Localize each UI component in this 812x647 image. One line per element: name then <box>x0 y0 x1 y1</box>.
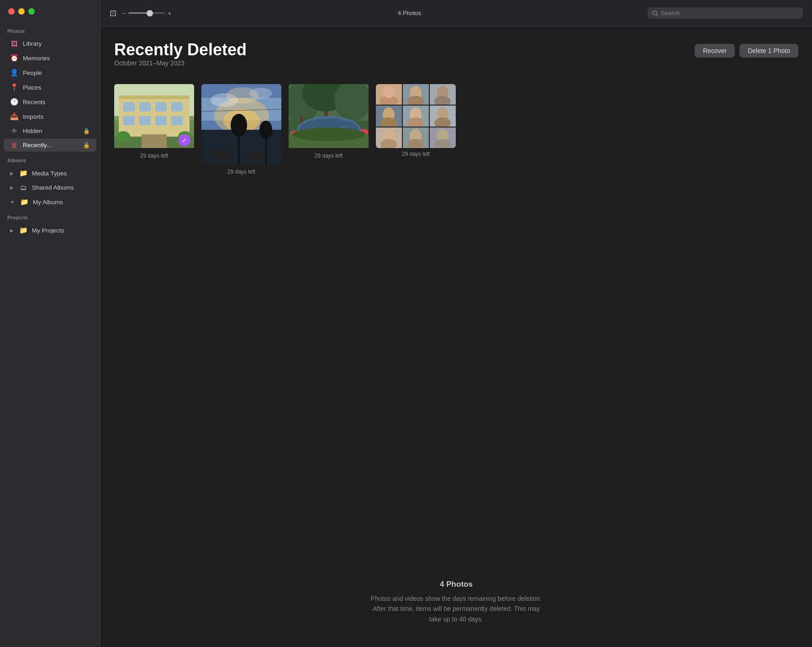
selected-badge-1: ✓ <box>179 134 190 146</box>
albums-section-label: Albums <box>0 152 100 166</box>
sidebar-item-memories[interactable]: ⏰ Memories <box>4 51 96 65</box>
collage-grid <box>376 84 456 148</box>
sidebar-item-library[interactable]: 🖼 Library <box>4 37 96 50</box>
page-title: Recently Deleted <box>114 40 247 59</box>
days-left-1: 29 days left <box>140 153 168 159</box>
svg-point-26 <box>227 87 258 104</box>
svg-point-32 <box>259 121 272 139</box>
sidebar-item-memories-label: Memories <box>23 55 50 62</box>
sidebar-item-shared-albums-label: Shared Albums <box>32 184 74 191</box>
places-icon: 📍 <box>10 83 18 91</box>
collage-face-7 <box>376 127 402 148</box>
svg-line-1 <box>656 14 658 16</box>
collage-face-5 <box>403 106 429 126</box>
hidden-lock-icon: 🔒 <box>83 128 90 134</box>
sidebar-item-imports[interactable]: 📥 Imports <box>4 110 96 123</box>
minimize-button[interactable] <box>18 8 25 15</box>
svg-rect-10 <box>171 102 183 111</box>
hidden-icon: 👁 <box>10 127 18 135</box>
svg-point-56 <box>407 96 424 105</box>
svg-rect-7 <box>123 102 135 111</box>
photo-grid: ✓ 29 days left <box>114 84 798 175</box>
sidebar-item-my-projects-label: My Projects <box>32 227 64 234</box>
svg-point-62 <box>407 117 424 127</box>
footer-info: 4 Photos Photos and videos show the days… <box>114 562 798 633</box>
sidebar-item-recents-label: Recents <box>23 99 46 106</box>
my-projects-icon: 📁 <box>19 226 27 234</box>
footer-count: 4 Photos <box>114 580 798 589</box>
sidebar-item-my-albums-label: My Albums <box>33 199 63 206</box>
media-types-collapse-icon: ▶ <box>10 171 14 176</box>
sidebar-item-hidden[interactable]: 👁 Hidden 🔒 <box>4 124 96 138</box>
photo-item-1[interactable]: ✓ 29 days left <box>114 84 194 175</box>
search-icon <box>652 10 658 16</box>
sidebar-item-library-label: Library <box>23 40 42 47</box>
sidebar-item-people-label: People <box>23 69 42 76</box>
sidebar: Photos 🖼 Library ⏰ Memories 👤 People 📍 P… <box>0 0 100 647</box>
delete-button[interactable]: Delete 1 Photo <box>739 44 798 58</box>
sidebar-item-people[interactable]: 👤 People <box>4 66 96 80</box>
recover-button[interactable]: Recover <box>695 44 735 58</box>
photos-section-label: Photos <box>0 23 100 37</box>
header-buttons: Recover Delete 1 Photo <box>695 44 798 58</box>
library-icon: 🖼 <box>10 40 18 48</box>
zoom-slider-thumb <box>147 10 153 16</box>
sidebar-item-imports-label: Imports <box>23 113 43 120</box>
sidebar-item-recents[interactable]: 🕐 Recents <box>4 95 96 109</box>
slideshow-icon[interactable]: ⊡ <box>110 8 116 18</box>
svg-rect-12 <box>139 116 151 125</box>
photo-image-2 <box>201 84 281 164</box>
svg-point-51 <box>292 127 365 141</box>
sidebar-item-shared-albums[interactable]: ▶ 🗂 Shared Albums <box>4 181 96 194</box>
sidebar-item-my-albums[interactable]: ▼ 📁 My Albums <box>4 195 96 209</box>
search-input[interactable] <box>661 10 798 16</box>
svg-point-17 <box>116 131 130 142</box>
people-icon: 👤 <box>10 69 18 77</box>
photo-item-2[interactable]: 29 days left <box>201 84 281 175</box>
sidebar-item-media-types[interactable]: ▶ 📁 Media Types <box>4 166 96 180</box>
days-left-2: 29 days left <box>227 169 255 175</box>
recently-deleted-lock-icon: 🔓 <box>83 142 90 148</box>
svg-point-60 <box>380 117 397 127</box>
memories-icon: ⏰ <box>10 54 18 62</box>
svg-rect-33 <box>211 150 231 159</box>
svg-point-58 <box>434 96 451 105</box>
svg-rect-34 <box>247 152 265 159</box>
traffic-lights <box>8 8 35 15</box>
content-area: Recently Deleted October 2021–May 2023 R… <box>100 27 812 647</box>
recently-deleted-icon: 🗑 <box>10 141 18 149</box>
maximize-button[interactable] <box>28 8 35 15</box>
days-left-3: 29 days left <box>315 153 343 159</box>
collage-face-8 <box>403 127 429 148</box>
page-header: Recently Deleted October 2021–May 2023 R… <box>114 40 798 80</box>
photo-image-3 <box>289 84 369 148</box>
photo-item-4[interactable]: 29 days left <box>376 84 456 175</box>
svg-point-66 <box>380 139 397 148</box>
close-button[interactable] <box>8 8 15 15</box>
zoom-minus-button[interactable]: − <box>122 10 126 17</box>
main-content: ⊡ − + 4 Photos Recently Deleted October … <box>100 0 812 647</box>
toolbar: ⊡ − + 4 Photos <box>100 0 812 27</box>
photo-thumb-2 <box>201 84 281 166</box>
zoom-plus-button[interactable]: + <box>168 10 171 17</box>
my-albums-collapse-icon: ▼ <box>10 200 15 205</box>
collage-face-3 <box>430 84 456 105</box>
svg-rect-9 <box>155 102 167 111</box>
sidebar-item-recently-deleted[interactable]: 🗑 Recently... 🔓 <box>4 138 96 152</box>
shared-albums-icon: 🗂 <box>19 184 27 191</box>
search-bar[interactable] <box>648 7 803 19</box>
svg-rect-6 <box>119 95 190 99</box>
svg-rect-16 <box>142 134 167 148</box>
svg-rect-8 <box>139 102 151 111</box>
sidebar-item-my-projects[interactable]: ▶ 📁 My Projects <box>4 223 96 237</box>
date-range: October 2021–May 2023 <box>114 59 247 67</box>
photo-thumb-3 <box>289 84 369 150</box>
sidebar-item-media-types-label: Media Types <box>32 170 67 177</box>
shared-albums-collapse-icon: ▶ <box>10 185 14 190</box>
sidebar-item-places[interactable]: 📍 Places <box>4 80 96 94</box>
projects-section-label: Projects <box>0 209 100 223</box>
footer-description: Photos and videos show the days remainin… <box>337 594 575 624</box>
collage-face-2 <box>403 84 429 105</box>
photo-item-3[interactable]: 29 days left <box>289 84 369 175</box>
zoom-slider[interactable] <box>128 12 165 14</box>
